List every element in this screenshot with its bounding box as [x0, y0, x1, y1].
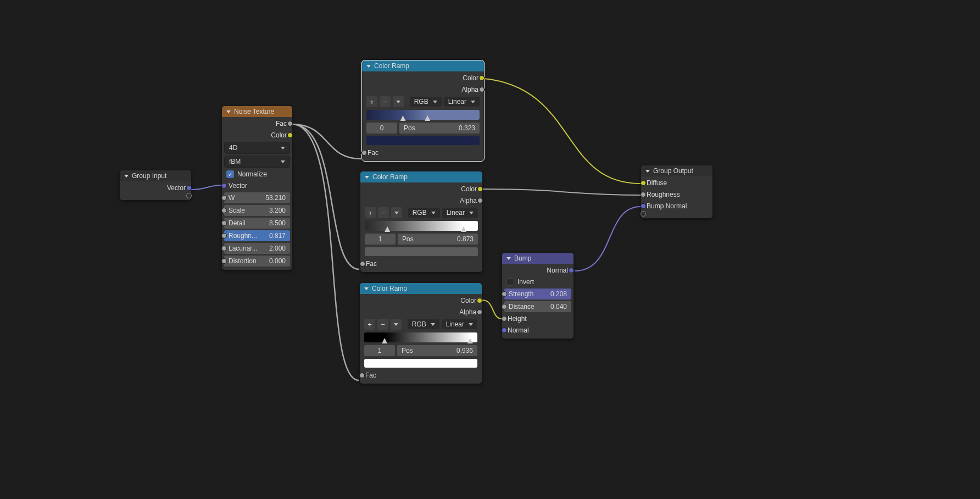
socket-input-distance[interactable] [502, 304, 507, 309]
socket-input-scale[interactable] [221, 208, 227, 213]
socket-input-detail[interactable] [221, 220, 227, 226]
input-normal: Normal [504, 325, 571, 335]
add-stop-button[interactable]: + [366, 96, 377, 107]
socket-input-fac[interactable] [359, 373, 365, 378]
gradient-stop-handle[interactable] [461, 226, 466, 232]
socket-input-w[interactable] [221, 195, 227, 201]
socket-output-alpha[interactable] [477, 309, 482, 315]
socket-output-color[interactable] [477, 298, 482, 303]
field-lacunarity[interactable]: Lacunar... 2.000 [224, 243, 290, 254]
socket-input-height[interactable] [502, 316, 507, 321]
node-title: Color Ramp [372, 285, 407, 292]
color-ramp-gradient[interactable] [364, 332, 477, 342]
socket-input-fac[interactable] [360, 261, 365, 267]
field-detail[interactable]: Detail 8.500 [224, 218, 290, 229]
socket-input-distortion[interactable] [221, 258, 227, 264]
field-distance[interactable]: Distance 0.040 [504, 301, 571, 312]
node-group-input[interactable]: Group Input Vector [120, 170, 191, 200]
node-header[interactable]: Color Ramp [360, 171, 482, 182]
chevron-down-icon [124, 175, 129, 178]
output-alpha: Alpha [363, 196, 480, 206]
socket-output-normal[interactable] [569, 268, 574, 273]
node-noise-texture[interactable]: Noise Texture Fac Color 4D fBM ✓ Normali… [222, 106, 292, 270]
color-swatch[interactable] [365, 247, 478, 256]
output-normal: Normal [504, 265, 571, 275]
field-position[interactable]: Pos 0.873 [398, 234, 478, 245]
node-header[interactable]: Color Ramp [362, 60, 484, 71]
dropdown-noise-basis[interactable]: fBM [224, 156, 290, 168]
field-w[interactable]: W 53.210 [224, 192, 290, 203]
node-bump[interactable]: Bump Normal Invert Strength 0.208 Distan… [502, 253, 573, 339]
output-color: Color [363, 184, 480, 194]
color-ramp-gradient[interactable] [366, 110, 480, 120]
checkbox-normalize[interactable]: ✓ Normalize [224, 169, 290, 179]
socket-output-vector[interactable] [186, 185, 192, 191]
field-position[interactable]: Pos 0.323 [399, 123, 480, 134]
socket-input-roughness[interactable] [641, 192, 646, 197]
field-strength[interactable]: Strength 0.208 [504, 289, 571, 300]
field-distortion[interactable]: Distortion 0.000 [224, 256, 290, 267]
socket-input-strength[interactable] [502, 291, 507, 297]
color-ramp-gradient[interactable] [365, 221, 478, 231]
node-header[interactable]: Bump [502, 253, 573, 264]
gradient-stop-handle[interactable] [382, 338, 387, 343]
remove-stop-button[interactable]: − [378, 207, 389, 218]
field-roughness[interactable]: Roughn... 0.817 [224, 230, 290, 241]
socket-output-alpha[interactable] [479, 87, 485, 92]
socket-input-diffuse[interactable] [641, 180, 646, 186]
socket-input-blank[interactable] [641, 211, 646, 217]
socket-output-color[interactable] [479, 75, 485, 81]
gradient-stop-handle[interactable] [385, 226, 390, 232]
checkbox-invert[interactable]: Invert [504, 277, 571, 287]
socket-input-fac[interactable] [361, 150, 367, 156]
socket-output-fac[interactable] [287, 121, 293, 126]
field-position[interactable]: Pos 0.936 [397, 345, 477, 356]
ramp-menu-button[interactable] [391, 207, 402, 218]
gradient-stop-handle[interactable] [425, 115, 430, 121]
field-stop-index[interactable]: 1 [365, 234, 396, 245]
remove-stop-button[interactable]: − [377, 319, 388, 330]
socket-input-vector[interactable] [221, 183, 227, 188]
dropdown-interpolation[interactable]: Linear [442, 208, 478, 218]
dropdown-interpolation[interactable]: Linear [442, 319, 477, 329]
socket-output-color[interactable] [287, 132, 293, 138]
node-wires [0, 0, 980, 499]
dropdown-interpolation[interactable]: Linear [444, 97, 480, 107]
input-bump-normal: Bump Normal [643, 201, 710, 211]
dropdown-color-mode[interactable]: RGB [408, 208, 440, 218]
socket-output-blank[interactable] [186, 193, 192, 198]
field-stop-index[interactable]: 1 [364, 345, 395, 356]
node-header[interactable]: Group Input [120, 170, 191, 181]
node-color-ramp-1[interactable]: Color Ramp Color Alpha + − RGB Linear 0 … [362, 60, 484, 161]
field-scale[interactable]: Scale 3.200 [224, 205, 290, 216]
dropdown-color-mode[interactable]: RGB [410, 97, 442, 107]
add-stop-button[interactable]: + [365, 207, 376, 218]
node-color-ramp-2[interactable]: Color Ramp Color Alpha + − RGB Linear 1 … [360, 171, 482, 272]
gradient-stop-handle[interactable] [400, 115, 406, 121]
output-blank [122, 195, 189, 197]
socket-input-roughness[interactable] [221, 233, 227, 239]
dropdown-dimensions[interactable]: 4D [224, 142, 290, 154]
socket-input-bump-normal[interactable] [641, 203, 646, 209]
socket-input-normal[interactable] [502, 328, 507, 333]
node-group-output[interactable]: Group Output Diffuse Roughness Bump Norm… [641, 165, 712, 218]
ramp-menu-button[interactable] [393, 96, 404, 107]
node-header[interactable]: Group Output [641, 165, 712, 176]
remove-stop-button[interactable]: − [380, 96, 391, 107]
socket-output-color[interactable] [477, 186, 483, 192]
color-swatch[interactable] [364, 359, 477, 368]
socket-input-lacunarity[interactable] [221, 246, 227, 251]
chevron-down-icon [366, 65, 371, 68]
socket-output-alpha[interactable] [477, 198, 483, 203]
chevron-down-icon [365, 176, 369, 179]
color-swatch[interactable] [366, 136, 480, 145]
dropdown-color-mode[interactable]: RGB [408, 319, 439, 329]
ramp-menu-button[interactable] [391, 319, 402, 330]
node-header[interactable]: Color Ramp [360, 283, 482, 294]
gradient-stop-handle[interactable] [467, 338, 473, 343]
chevron-down-icon [396, 101, 400, 103]
add-stop-button[interactable]: + [364, 319, 375, 330]
node-header[interactable]: Noise Texture [222, 106, 292, 117]
field-stop-index[interactable]: 0 [366, 123, 397, 134]
node-color-ramp-3[interactable]: Color Ramp Color Alpha + − RGB Linear 1 … [360, 283, 482, 384]
